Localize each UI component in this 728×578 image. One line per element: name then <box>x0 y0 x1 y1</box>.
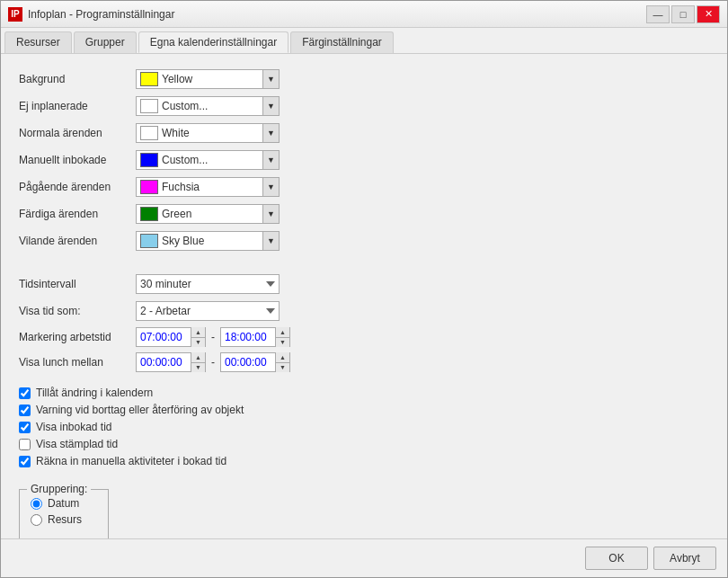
fardiga-arrow[interactable]: ▼ <box>262 205 279 223</box>
manuellt-select[interactable]: Custom... ▼ <box>136 150 280 170</box>
visa-lunch-label: Visa lunch mellan <box>19 356 136 369</box>
bakgrund-arrow[interactable]: ▼ <box>262 70 279 88</box>
checkbox-rakna-in-label[interactable]: Räkna in manuella aktiviteter i bokad ti… <box>36 455 226 467</box>
tidsintervall-select[interactable]: 30 minuter 15 minuter 60 minuter <box>136 274 280 294</box>
visa-tid-row: Visa tid som: 2 - Arbetar 1 - Alt 3 - Al… <box>19 300 709 322</box>
vilande-row: Vilande ärenden Sky Blue ▼ <box>19 230 709 252</box>
manuellt-label: Manuellt inbokade <box>19 154 136 166</box>
vilande-select[interactable]: Sky Blue ▼ <box>136 231 280 251</box>
ej-inplanerade-swatch <box>140 99 158 113</box>
ej-inplanerade-row: Ej inplanerade Custom... ▼ <box>19 95 709 117</box>
tab-egna[interactable]: Egna kalenderinställningar <box>138 31 289 53</box>
title-controls: — □ ✕ <box>646 5 720 23</box>
bakgrund-label: Bakgrund <box>19 73 136 85</box>
checkbox-visa-inbokad-label[interactable]: Visa inbokad tid <box>36 421 112 433</box>
checkbox-varning-label[interactable]: Varning vid borttag eller återföring av … <box>36 404 244 416</box>
tidsintervall-label: Tidsintervall <box>19 278 136 290</box>
markering-to-input[interactable] <box>221 328 275 346</box>
fardiga-row: Färdiga ärenden Green ▼ <box>19 203 709 225</box>
tab-grupper[interactable]: Grupper <box>74 31 137 53</box>
pagaende-arrow[interactable]: ▼ <box>262 178 279 196</box>
vilande-swatch <box>140 234 158 248</box>
checkbox-rakna-in[interactable] <box>19 456 31 467</box>
checkbox-varning[interactable] <box>19 405 31 416</box>
pagaende-row: Pågående ärenden Fuchsia ▼ <box>19 176 709 198</box>
fardiga-select[interactable]: Green ▼ <box>136 204 280 224</box>
cancel-button[interactable]: Avbryt <box>653 547 716 570</box>
checkbox-visa-inbokad[interactable] <box>19 422 31 433</box>
color-section: Bakgrund Yellow ▼ Ej inplanerade Custom.… <box>19 68 709 252</box>
lunch-to-input[interactable] <box>221 353 275 371</box>
manuellt-row: Manuellt inbokade Custom... ▼ <box>19 149 709 171</box>
lunch-to-up[interactable]: ▲ <box>276 352 289 363</box>
vilande-value: Sky Blue <box>162 235 262 247</box>
checkbox-row-1: Tillåt ändring i kalendern <box>19 387 709 399</box>
pagaende-label: Pågående ärenden <box>19 181 136 193</box>
vilande-arrow[interactable]: ▼ <box>262 232 279 250</box>
bakgrund-value: Yellow <box>162 73 262 85</box>
grouping-legend: Gruppering: <box>27 483 91 495</box>
normala-arenden-row: Normala ärenden White ▼ <box>19 122 709 144</box>
maximize-button[interactable]: □ <box>671 5 695 23</box>
grouping-box: Gruppering: Datum Resurs <box>19 489 109 538</box>
ok-button[interactable]: OK <box>585 547 648 570</box>
markering-from-group: ▲ ▼ <box>136 327 206 347</box>
checkbox-row-3: Visa inbokad tid <box>19 421 709 433</box>
checkbox-visa-stamplad[interactable] <box>19 439 31 450</box>
fardiga-value: Green <box>162 208 262 220</box>
markering-to-down[interactable]: ▼ <box>276 338 289 348</box>
markering-separator: - <box>206 331 220 343</box>
lunch-to-spinner: ▲ ▼ <box>275 352 289 372</box>
lunch-separator: - <box>206 356 220 369</box>
markering-to-group: ▲ ▼ <box>220 327 290 347</box>
radio-resurs-label[interactable]: Resurs <box>48 513 82 526</box>
close-button[interactable]: ✕ <box>697 5 720 23</box>
normala-arenden-swatch <box>140 126 158 140</box>
ej-inplanerade-value: Custom... <box>162 100 262 112</box>
ej-inplanerade-label: Ej inplanerade <box>19 100 136 112</box>
visa-lunch-row: Visa lunch mellan ▲ ▼ - ▲ ▼ <box>19 352 709 372</box>
pagaende-value: Fuchsia <box>162 181 262 193</box>
checkbox-tillat[interactable] <box>19 387 31 399</box>
normala-arenden-value: White <box>162 127 262 139</box>
tab-farg[interactable]: Färginställningar <box>290 31 394 53</box>
bakgrund-swatch <box>140 72 158 86</box>
markering-from-down[interactable]: ▼ <box>191 338 205 348</box>
normala-arenden-arrow[interactable]: ▼ <box>262 124 279 142</box>
ej-inplanerade-select[interactable]: Custom... ▼ <box>136 96 280 116</box>
main-window: IP Infoplan - Programinställningar — □ ✕… <box>0 0 728 578</box>
checkboxes-section: Tillåt ändring i kalendern Varning vid b… <box>19 387 709 467</box>
radio-datum[interactable] <box>31 498 42 510</box>
app-icon: IP <box>8 7 22 22</box>
markering-to-up[interactable]: ▲ <box>276 327 289 338</box>
footer: OK Avbryt <box>1 538 727 577</box>
lunch-to-down[interactable]: ▼ <box>276 363 289 373</box>
manuellt-value: Custom... <box>162 154 262 166</box>
checkbox-tillat-label[interactable]: Tillåt ändring i kalendern <box>36 387 153 399</box>
fardiga-swatch <box>140 207 158 221</box>
checkbox-visa-stamplad-label[interactable]: Visa stämplad tid <box>36 438 118 450</box>
lunch-from-input[interactable] <box>137 353 191 371</box>
manuellt-arrow[interactable]: ▼ <box>262 151 279 169</box>
checkbox-row-4: Visa stämplad tid <box>19 438 709 450</box>
pagaende-select[interactable]: Fuchsia ▼ <box>136 177 280 197</box>
ej-inplanerade-arrow[interactable]: ▼ <box>262 97 279 115</box>
lunch-from-down[interactable]: ▼ <box>191 363 205 373</box>
radio-resurs-row: Resurs <box>31 513 97 526</box>
lunch-to-group: ▲ ▼ <box>220 352 290 372</box>
radio-resurs[interactable] <box>31 514 42 526</box>
tab-resurser[interactable]: Resurser <box>4 31 72 53</box>
visa-tid-select[interactable]: 2 - Arbetar 1 - Alt 3 - Alt <box>136 301 280 321</box>
lunch-from-up[interactable]: ▲ <box>191 352 205 363</box>
content-area: Bakgrund Yellow ▼ Ej inplanerade Custom.… <box>1 54 727 538</box>
markering-from-input[interactable] <box>137 328 191 346</box>
window-title: Infoplan - Programinställningar <box>28 8 174 21</box>
normala-arenden-select[interactable]: White ▼ <box>136 123 280 143</box>
markering-to-spinner: ▲ ▼ <box>275 327 289 347</box>
separator1 <box>19 264 709 273</box>
checkbox-row-5: Räkna in manuella aktiviteter i bokad ti… <box>19 455 709 467</box>
bakgrund-select[interactable]: Yellow ▼ <box>136 69 280 89</box>
radio-datum-label[interactable]: Datum <box>48 497 79 510</box>
minimize-button[interactable]: — <box>646 5 670 23</box>
markering-from-up[interactable]: ▲ <box>191 327 205 338</box>
